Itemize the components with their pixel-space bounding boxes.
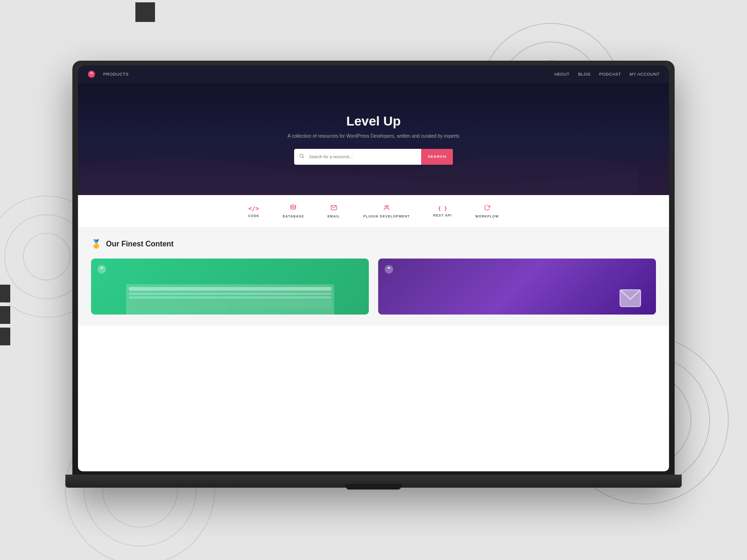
nav-products[interactable]: PRODUCTS — [103, 72, 129, 77]
search-bar: SEARCH — [294, 149, 453, 165]
nav-podcast[interactable]: PODCAST — [599, 72, 621, 77]
category-database[interactable]: DATABASE — [283, 204, 304, 218]
website-screen: PRODUCTS ABOUT BLOG PODCAST MY ACCOUNT L… — [78, 65, 669, 471]
nav-my-account[interactable]: MY ACCOUNT — [629, 72, 660, 77]
content-card-1[interactable] — [91, 259, 369, 315]
card-logo-2 — [384, 264, 394, 274]
section-header: 🥇 Our Finest Content — [91, 239, 656, 249]
logo-icon — [87, 70, 96, 78]
category-email[interactable]: EMAIL — [327, 204, 340, 218]
nav-about[interactable]: ABOUT — [554, 72, 570, 77]
card-envelope-icon — [619, 289, 642, 311]
category-email-label: EMAIL — [327, 215, 340, 218]
hero-title: Level Up — [346, 114, 401, 129]
laptop-shell: PRODUCTS ABOUT BLOG PODCAST MY ACCOUNT L… — [72, 61, 675, 488]
category-rest-api-label: REST API — [433, 214, 452, 217]
nav-blog[interactable]: BLOG — [578, 72, 591, 77]
content-card-2[interactable] — [378, 259, 656, 315]
nav-secondary-links: ABOUT BLOG PODCAST MY ACCOUNT — [554, 72, 660, 77]
category-tabs: </> CODE DATABASE — [78, 195, 669, 228]
plugin-icon — [383, 204, 390, 212]
nav-primary-links: PRODUCTS — [103, 72, 129, 77]
svg-point-23 — [291, 205, 296, 207]
category-code-label: CODE — [248, 214, 259, 217]
category-plugin-label: PLUGIN DEVELOPMENT — [363, 215, 410, 218]
database-icon — [290, 204, 296, 212]
svg-point-28 — [385, 265, 393, 273]
svg-line-22 — [303, 157, 304, 158]
section-title: Our Finest Content — [106, 240, 174, 248]
workflow-icon — [484, 204, 490, 212]
svg-point-27 — [98, 265, 106, 273]
svg-point-21 — [300, 154, 303, 157]
search-input[interactable] — [309, 154, 421, 159]
search-button[interactable]: SEARCH — [421, 149, 453, 165]
hero-wave — [78, 139, 638, 195]
content-section: 🥇 Our Finest Content — [78, 228, 669, 326]
search-icon — [294, 153, 309, 160]
category-workflow-label: WORKFLOW — [475, 215, 499, 218]
screen-bezel: PRODUCTS ABOUT BLOG PODCAST MY ACCOUNT L… — [78, 65, 669, 471]
rest-api-icon: { } — [438, 205, 447, 211]
svg-point-25 — [385, 205, 387, 207]
code-icon: </> — [248, 205, 259, 212]
category-code[interactable]: </> CODE — [248, 205, 259, 217]
hero-subtitle: A collection of resources for WordPress … — [288, 133, 459, 139]
hero-section: Level Up A collection of resources for W… — [78, 83, 669, 195]
laptop-base — [65, 475, 682, 488]
svg-point-26 — [387, 205, 389, 207]
card-logo-1 — [97, 264, 107, 274]
category-rest-api[interactable]: { } REST API — [433, 205, 452, 217]
laptop-notch — [345, 484, 402, 490]
category-plugin-development[interactable]: PLUGIN DEVELOPMENT — [363, 204, 410, 218]
navbar: PRODUCTS ABOUT BLOG PODCAST MY ACCOUNT — [78, 65, 669, 83]
email-icon — [331, 204, 337, 212]
svg-point-20 — [88, 71, 95, 78]
card-screenshot-preview — [126, 284, 334, 315]
logo — [87, 70, 96, 78]
category-workflow[interactable]: WORKFLOW — [475, 204, 499, 218]
category-database-label: DATABASE — [283, 215, 304, 218]
medal-icon: 🥇 — [91, 239, 101, 249]
content-cards — [91, 259, 656, 315]
